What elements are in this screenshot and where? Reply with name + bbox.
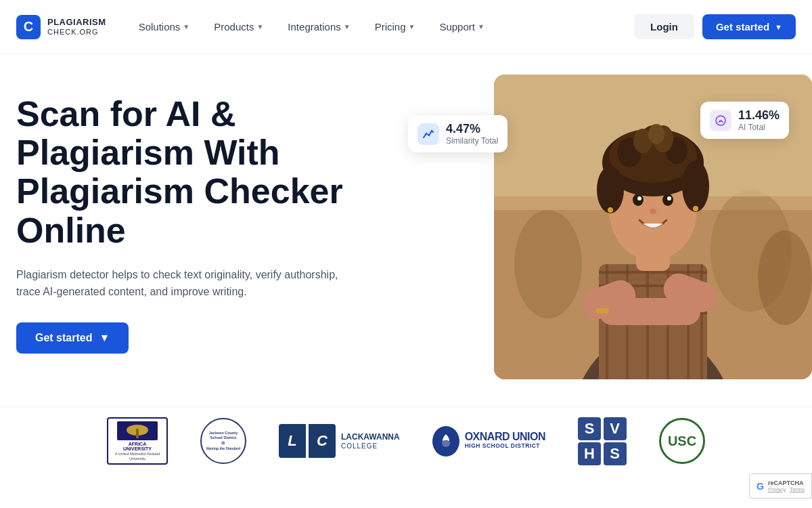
nav-products[interactable]: Products ▼ [203, 16, 274, 38]
similarity-stats: 4.47% Similarity Total [446, 122, 498, 146]
nav-solutions[interactable]: Solutions ▼ [128, 16, 201, 38]
lackawanna-letter-C: C [309, 424, 336, 458]
hero-content: Scan for AI & Plagiarism With Plagiarism… [16, 81, 422, 354]
navbar: C PLAGIARISM CHECK.ORG Solutions ▼ Produ… [0, 0, 812, 54]
hero-description: Plagiarism detector helps to check text … [16, 266, 341, 301]
logo-name-line2: CHECK.ORG [47, 28, 106, 36]
svg-point-41 [693, 206, 698, 211]
hero-section: Scan for AI & Plagiarism With Plagiarism… [0, 54, 812, 406]
logo[interactable]: C PLAGIARISM CHECK.ORG [16, 15, 106, 39]
ai-badge: 11.46% AI Total [700, 102, 789, 139]
logo-name-line1: PLAGIARISM [47, 18, 106, 27]
svhs-letter-v: V [604, 417, 627, 440]
oxnard-text-block: OXNARD UNION HIGH SCHOOL DISTRICT [465, 431, 545, 450]
svg-rect-42 [595, 308, 609, 314]
jackson-county-text: Jackson CountySchool District⚖Raising th… [206, 431, 240, 452]
svg-rect-44 [136, 429, 139, 438]
chevron-down-icon: ▼ [99, 332, 110, 344]
logo-jackson-county: Jackson CountySchool District⚖Raising th… [200, 421, 246, 461]
usc-logo: USC [659, 418, 705, 464]
similarity-badge: 4.47% Similarity Total [408, 115, 508, 152]
nav-products-label: Products [214, 21, 254, 33]
similarity-label: Similarity Total [446, 136, 498, 146]
svg-point-29 [650, 209, 656, 214]
oxnard-name-line2: HIGH SCHOOL DISTRICT [465, 442, 545, 450]
recaptcha-text: reCAPTCHA Privacy Terms [768, 480, 805, 492]
get-started-button-nav[interactable]: Get started ▼ [702, 14, 796, 39]
svhs-letter-h: H [578, 442, 601, 465]
hero-image-area: 4.47% Similarity Total 11.46% AI Total [422, 81, 796, 406]
recaptcha-badge: G reCAPTCHA Privacy Terms [749, 473, 812, 499]
oxnard-bird-icon [436, 431, 456, 451]
svg-point-38 [597, 166, 624, 213]
nav-support[interactable]: Support ▼ [428, 16, 495, 38]
logos-section: AFRICAUNIVERSITY A United Methodist Rela… [0, 406, 812, 475]
svhs-logo: S V H S [578, 417, 627, 465]
svg-point-27 [637, 196, 641, 200]
africa-university-text: AFRICAUNIVERSITY [114, 442, 161, 452]
logo-usc: USC [659, 421, 705, 461]
navbar-left: C PLAGIARISM CHECK.ORG Solutions ▼ Produ… [16, 15, 495, 39]
jackson-county-logo: Jackson CountySchool District⚖Raising th… [200, 418, 246, 464]
svg-point-37 [648, 124, 664, 144]
chevron-down-icon: ▼ [256, 23, 263, 30]
get-started-nav-label: Get started [716, 21, 769, 33]
navbar-right: Login Get started ▼ [634, 14, 796, 39]
chevron-down-icon: ▼ [344, 23, 351, 30]
svg-point-45 [442, 439, 450, 447]
logo-svhs: S V H S [578, 421, 627, 461]
nav-pricing-label: Pricing [375, 21, 406, 33]
svg-rect-10 [599, 271, 707, 274]
chevron-down-icon: ▼ [183, 23, 189, 30]
hero-title: Scan for AI & Plagiarism With Plagiarism… [16, 95, 422, 250]
login-button[interactable]: Login [634, 14, 694, 39]
oxnard-union-logo: OXNARD UNION HIGH SCHOOL DISTRICT [432, 426, 545, 457]
chevron-down-icon: ▼ [478, 23, 484, 30]
lackawanna-letter-L: L [279, 424, 306, 458]
africa-university-icon [117, 421, 158, 440]
svhs-letter-s: S [578, 417, 601, 440]
nav-integrations-label: Integrations [288, 21, 340, 33]
recaptcha-label: reCAPTCHA [768, 480, 805, 486]
chart-icon [418, 123, 439, 145]
svg-point-40 [608, 207, 613, 213]
recaptcha-terms-link[interactable]: Terms [790, 486, 805, 492]
logo-lackawanna-college: L C LACKAWANNA COLLEGE [279, 421, 400, 461]
usc-text: USC [668, 433, 696, 449]
nav-pricing[interactable]: Pricing ▼ [364, 16, 426, 38]
ai-stats: 11.46% AI Total [738, 108, 780, 132]
recaptcha-g-icon: G [757, 481, 764, 492]
nav-links: Solutions ▼ Products ▼ Integrations ▼ Pr… [128, 16, 495, 38]
oxnard-emblem [432, 426, 459, 457]
logo-icon: C [16, 15, 41, 39]
logo-africa-university: AFRICAUNIVERSITY A United Methodist Rela… [107, 421, 168, 461]
svg-point-28 [667, 196, 671, 200]
svg-point-39 [682, 161, 709, 212]
africa-university-logo: AFRICAUNIVERSITY A United Methodist Rela… [107, 417, 168, 465]
get-started-button-hero[interactable]: Get started ▼ [16, 322, 129, 354]
recaptcha-links: Privacy Terms [768, 486, 805, 492]
similarity-value: 4.47% [446, 122, 498, 136]
svhs-letter-s2: S [604, 442, 627, 465]
ai-label: AI Total [738, 123, 780, 132]
nav-support-label: Support [439, 21, 475, 33]
chevron-down-icon: ▼ [409, 23, 415, 30]
nav-integrations[interactable]: Integrations ▼ [277, 16, 361, 38]
svg-point-4 [514, 210, 582, 318]
nav-solutions-label: Solutions [139, 21, 181, 33]
ai-value: 11.46% [738, 108, 780, 123]
chevron-down-icon: ▼ [775, 23, 782, 31]
lackawanna-full-name: LACKAWANNA COLLEGE [338, 432, 400, 449]
ai-icon [710, 110, 731, 131]
oxnard-name-line1: OXNARD UNION [465, 431, 545, 442]
africa-tree-icon [124, 423, 151, 438]
get-started-hero-label: Get started [35, 332, 92, 344]
lackawanna-college-logo: L C LACKAWANNA COLLEGE [279, 424, 400, 458]
recaptcha-privacy-link[interactable]: Privacy [768, 486, 786, 492]
africa-university-subtitle: A United Methodist Related University [114, 452, 161, 461]
svg-rect-22 [599, 298, 700, 325]
logo-oxnard-union: OXNARD UNION HIGH SCHOOL DISTRICT [432, 421, 545, 461]
svg-point-6 [758, 230, 812, 325]
logo-text: PLAGIARISM CHECK.ORG [47, 18, 106, 35]
